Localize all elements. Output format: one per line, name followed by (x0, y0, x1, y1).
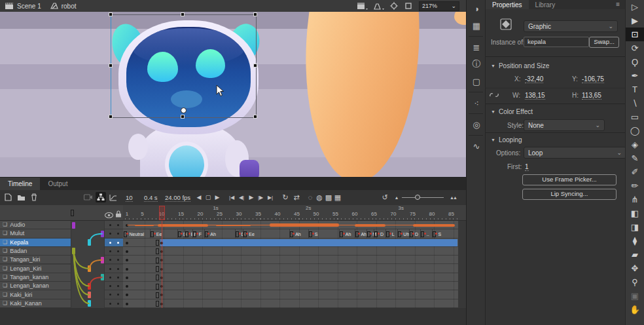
lock-dot[interactable] (117, 285, 119, 287)
selection-tool[interactable]: ▷ (626, 0, 644, 14)
lock-dot[interactable] (117, 250, 119, 252)
text-tool[interactable]: T (626, 83, 644, 96)
visibility-dot[interactable] (109, 259, 111, 261)
reset-timeline-zoom-button[interactable]: ↺ (380, 192, 390, 202)
lock-dot[interactable] (117, 268, 119, 270)
phoneme-label[interactable]: D (415, 232, 418, 237)
frame-row-kaki_kanan[interactable] (123, 299, 458, 308)
visibility-dot[interactable] (109, 303, 111, 305)
paintbrush-tool[interactable]: ✐ (626, 165, 644, 179)
phoneme-label[interactable]: S (315, 232, 318, 237)
phoneme-label[interactable]: L (392, 232, 395, 237)
parent-node-badan[interactable] (72, 248, 75, 254)
frames-area[interactable]: NeutralEeDErFAhDEeAhSAhAhMDLUhD..S (123, 221, 466, 308)
layer-row-kepala[interactable]: ❏Kepala (0, 239, 71, 247)
lock-dot[interactable] (117, 259, 119, 261)
lock-dot[interactable] (117, 242, 119, 244)
oval-tool[interactable]: ◯ (626, 124, 644, 138)
layer-flags-lengan_kiri[interactable] (105, 265, 123, 273)
history-panel-icon[interactable]: ∿ (467, 138, 486, 155)
keyframe-dot[interactable] (126, 285, 128, 288)
scene-breadcrumb[interactable]: Scene 1 (5, 3, 41, 10)
playhead-line[interactable] (162, 221, 162, 308)
position-size-section-header[interactable]: ▼Position and Size (491, 62, 549, 69)
gradient-transform-tool[interactable]: ⟳ (626, 41, 644, 55)
align-panel-icon[interactable]: ≣ (467, 39, 486, 56)
selection-bounding-box[interactable] (111, 14, 257, 118)
swap-button[interactable]: Swap... (589, 37, 619, 48)
info-panel-icon[interactable]: ⓘ (467, 56, 486, 73)
delete-layer-button[interactable] (29, 192, 39, 202)
free-transform-tool[interactable]: ⊡ (626, 28, 644, 41)
zoom-in-frames-icon[interactable]: ▲▲ (448, 192, 458, 202)
h-value[interactable]: 113,65 (582, 92, 601, 100)
eraser-tool[interactable]: ▰ (626, 248, 644, 261)
visibility-dot[interactable] (109, 233, 111, 235)
selection-handle-mid-left[interactable] (109, 64, 113, 67)
center-stage-icon[interactable] (390, 2, 398, 10)
keyframe-dot[interactable] (126, 303, 128, 305)
pencil-tool[interactable]: ✎ (626, 151, 644, 165)
layer-row-kaki_kiri[interactable]: ❏Kaki_kiri (0, 290, 71, 299)
parent-node-kepala[interactable] (88, 239, 91, 246)
elapsed-time-field[interactable]: 0.4 s (144, 194, 158, 202)
selection-handle-bottom-mid[interactable] (181, 115, 185, 119)
layer-flags-audio[interactable] (105, 221, 123, 229)
transformation-point[interactable] (181, 107, 187, 113)
asset-warp-tool[interactable]: ✥ (626, 261, 644, 275)
onion-marker-forward-icon[interactable]: ▶ (212, 192, 223, 202)
bone-tool[interactable]: ⋔ (626, 193, 644, 206)
line-tool[interactable]: ∖ (626, 96, 644, 110)
parent-node-audio[interactable] (72, 222, 75, 229)
go-to-last-frame-button[interactable]: ▶| (265, 192, 276, 202)
lock-dot[interactable] (117, 277, 119, 278)
frame-row-lengan_kiri[interactable] (123, 265, 458, 273)
loop-range-button[interactable]: ⇄ (291, 192, 302, 202)
parent-node-tangan_kanan[interactable] (101, 274, 104, 280)
style-dropdown[interactable]: None ⌄ (524, 119, 605, 131)
layer-flags-lengan_kanan[interactable] (105, 282, 123, 290)
brush-library-panel-icon[interactable]: ⁖ (467, 94, 486, 111)
phoneme-label[interactable]: F (199, 232, 202, 237)
current-frame-field[interactable]: 10 (126, 194, 133, 202)
layer-parenting-view-button[interactable] (96, 192, 106, 202)
rectangle-tool[interactable]: ▭ (626, 110, 644, 124)
keyframe-dot[interactable] (126, 277, 128, 279)
layer-row-badan[interactable]: ❏Badan (0, 247, 71, 256)
eyedropper-tool[interactable]: ⧫ (626, 234, 644, 248)
symbol-type-dropdown[interactable]: Graphic ⌄ (524, 20, 618, 32)
keyframe-dot[interactable] (126, 250, 128, 253)
selected-frame-span[interactable] (160, 239, 457, 246)
x-value[interactable]: -32,40 (525, 75, 543, 83)
layer-depth-graph-button[interactable] (108, 192, 118, 202)
layer-row-lengan_kanan[interactable]: ❏Lengan_kanan (0, 282, 71, 290)
phoneme-label[interactable]: Ee (249, 232, 255, 237)
polystar-tool[interactable]: ◈ (626, 138, 644, 151)
symbol-breadcrumb[interactable]: robot (50, 3, 77, 10)
visibility-dot[interactable] (109, 277, 111, 278)
phoneme-label[interactable]: Ee (156, 232, 162, 237)
layer-row-kaki_kanan[interactable]: ❏Kaki_Kanan (0, 299, 71, 308)
panel-menu-icon[interactable]: ≡ (616, 1, 620, 8)
cc-libraries-panel-icon[interactable]: ◎ (467, 116, 486, 133)
phoneme-label[interactable]: .. (427, 232, 429, 237)
layer-row-audio[interactable]: ❏Audio (0, 221, 71, 229)
lock-column-icon[interactable] (115, 208, 122, 220)
timeline-ruler[interactable]: 1s2s3s1510152025303540455055606570758085 (123, 205, 466, 221)
visibility-dot[interactable] (109, 285, 111, 287)
brush-tool[interactable]: ✏ (626, 179, 644, 193)
tab-library[interactable]: Library (529, 0, 562, 9)
go-to-first-frame-button[interactable]: |◀ (226, 192, 237, 202)
keyframe-dot[interactable] (126, 268, 128, 271)
visibility-dot[interactable] (109, 294, 111, 296)
selection-handle-mid-right[interactable] (253, 64, 257, 67)
stage-canvas[interactable] (0, 12, 466, 177)
selection-handle-top-mid[interactable] (181, 12, 185, 16)
lock-dot[interactable] (117, 303, 119, 305)
color-panel-icon[interactable]: ◑ (467, 0, 486, 17)
tab-output[interactable]: Output (40, 178, 75, 190)
visibility-dot[interactable] (109, 242, 111, 244)
phoneme-keyframe-dot[interactable] (239, 233, 241, 235)
pen-tool[interactable]: ✒ (626, 69, 644, 83)
layer-flags-badan[interactable] (105, 247, 123, 256)
